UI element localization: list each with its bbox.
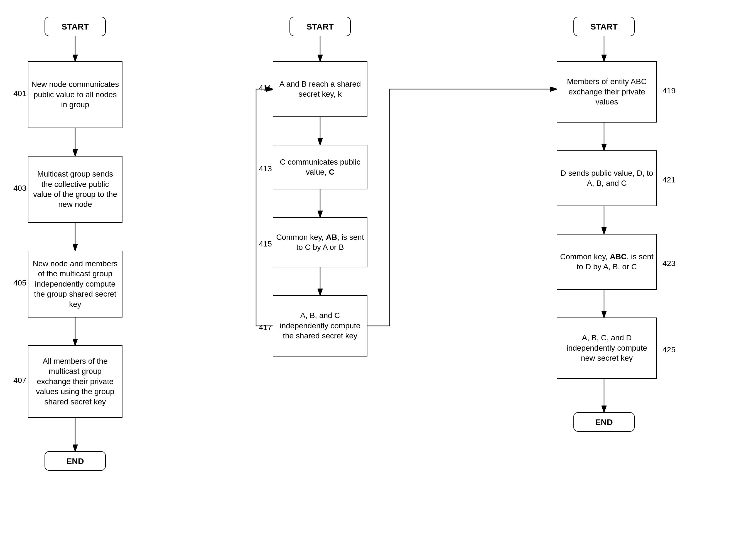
- fc1-node407: All members of the multicast group excha…: [28, 345, 122, 418]
- fc2-node415: Common key, AB, is sent to C by A or B: [273, 217, 367, 267]
- fc2-label-411: 411: [259, 84, 272, 92]
- fc2-node413-text: C communicates public value, C: [276, 157, 364, 177]
- fc3-node425: A, B, C, and D independently compute new…: [557, 318, 657, 379]
- fc2-node411: A and B reach a shared secret key, k: [273, 61, 367, 117]
- fc1-node403: Multicast group sends the collective pub…: [28, 156, 122, 223]
- fc2-node413: C communicates public value, C: [273, 145, 367, 189]
- fc3-node423: Common key, ABC, is sent to D by A, B, o…: [557, 234, 657, 290]
- fc1-label-405: 405: [13, 279, 26, 288]
- fc3-label-425: 425: [662, 345, 676, 354]
- fc2-label-417: 417: [259, 323, 272, 332]
- fc2-node417: A, B, and C independently compute the sh…: [273, 295, 367, 357]
- fc3-end-box: END: [573, 412, 635, 432]
- fc3-node421: D sends public value, D, to A, B, and C: [557, 150, 657, 206]
- fc3-start-box: START: [573, 17, 635, 36]
- fc1-label-407: 407: [13, 376, 26, 385]
- fc2-label-415: 415: [259, 239, 272, 248]
- fc2-start-box: START: [289, 17, 351, 36]
- diagram-container: START New node communicates public value…: [0, 0, 756, 547]
- fc1-label-403: 403: [13, 184, 26, 193]
- fc1-label-401: 401: [13, 89, 26, 98]
- fc3-node419: Members of entity ABC exchange their pri…: [557, 61, 657, 122]
- fc3-node423-text: Common key, ABC, is sent to D by A, B, o…: [560, 252, 654, 272]
- fc1-end-box: END: [45, 451, 106, 471]
- fc3-label-421: 421: [662, 175, 676, 184]
- fc1-start-box: START: [45, 17, 106, 36]
- fc2-label-413: 413: [259, 164, 272, 173]
- fc3-label-423: 423: [662, 259, 676, 268]
- fc1-node401: New node communicates public value to al…: [28, 61, 122, 128]
- fc2-node415-text: Common key, AB, is sent to C by A or B: [276, 232, 364, 252]
- fc1-node405: New node and members of the multicast gr…: [28, 251, 122, 318]
- fc3-label-419: 419: [662, 86, 676, 95]
